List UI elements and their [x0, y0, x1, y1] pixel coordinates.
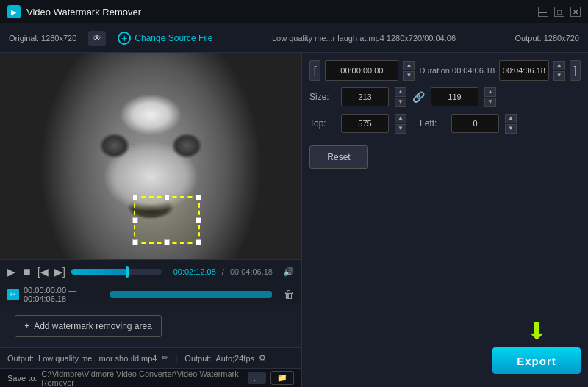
browse-folder-button[interactable]: 📁: [270, 371, 294, 385]
resize-handle-tl[interactable]: [132, 195, 138, 200]
output-label: Output:: [7, 354, 34, 363]
plus-icon: +: [24, 321, 29, 331]
time-total: 00:04:06.18: [230, 267, 273, 276]
top-input[interactable]: [341, 114, 389, 133]
app-icon: ▶: [7, 5, 21, 18]
end-time-display: 00:04:06.18: [499, 60, 549, 81]
resize-handle-mr[interactable]: [196, 217, 201, 223]
settings-button[interactable]: ⚙: [259, 353, 266, 363]
segment-time-range: 00:00:00.00 — 00:04:06.18: [24, 286, 104, 303]
resize-handle-tm[interactable]: [164, 195, 170, 200]
stop-button[interactable]: ⏹: [21, 266, 32, 278]
eye-button[interactable]: 👁: [88, 31, 106, 46]
left-input[interactable]: [451, 114, 499, 133]
eye-icon: 👁: [93, 33, 101, 43]
add-watermark-area: + Add watermark removing area: [0, 305, 301, 347]
export-button[interactable]: Export: [492, 347, 581, 374]
change-source-label: Change Source File: [135, 33, 212, 43]
video-frame: [0, 53, 301, 259]
resize-handle-bm[interactable]: [164, 239, 170, 245]
output-filename: Low quality me...mor should.mp4: [38, 354, 157, 363]
titlebar: ▶ Video Watermark Remover — □ ✕: [0, 0, 588, 23]
segment-track[interactable]: [110, 291, 272, 298]
volume-icon[interactable]: 🔊: [283, 267, 294, 277]
progress-thumb[interactable]: [126, 266, 129, 278]
more-options-button[interactable]: ...: [248, 372, 266, 384]
plus-circle-icon: +: [118, 32, 131, 45]
height-input[interactable]: [431, 87, 478, 106]
original-resolution-label: Original: 1280x720: [9, 34, 76, 43]
export-container: ⬇ Export: [492, 319, 581, 374]
start-time-spinners: ▲ ▼: [403, 61, 415, 81]
edit-output-button[interactable]: ✏: [162, 353, 168, 363]
download-arrow-icon: ⬇: [527, 319, 547, 343]
end-time-down[interactable]: ▼: [553, 71, 565, 81]
size-row: Size: ▲ ▼ 🔗 ▲ ▼: [309, 87, 581, 107]
maximize-button[interactable]: □: [554, 7, 564, 17]
height-down[interactable]: ▼: [484, 98, 496, 107]
output-divider: |: [176, 354, 178, 363]
end-time-spinners: ▲ ▼: [553, 61, 565, 81]
next-icon: ▶]: [54, 266, 65, 278]
output-label2: Output:: [184, 354, 211, 363]
resize-handle-tr[interactable]: [196, 195, 201, 200]
file-info-label: Low quality me...r laugh at.mp4 1280x720…: [224, 34, 503, 43]
close-button[interactable]: ✕: [570, 7, 581, 17]
top-down[interactable]: ▼: [395, 124, 406, 134]
left-column: ▶ ⏹ [◀ ▶] 00:02:12.08 / 00:04:06.18 🔊 ✂: [0, 53, 301, 387]
save-bar: Save to: C:\Vidmore\Vidmore Video Conver…: [0, 368, 301, 387]
width-input[interactable]: [341, 87, 389, 106]
resize-handle-br[interactable]: [196, 239, 201, 245]
start-time-down[interactable]: ▼: [403, 71, 415, 81]
add-watermark-button[interactable]: + Add watermark removing area: [15, 315, 162, 337]
segment-icon: ✂: [7, 289, 19, 300]
time-range-row: [ ▲ ▼ Duration:00:04:06.18 00:04:06.18 ▲…: [309, 60, 581, 81]
prev-frame-button[interactable]: [◀: [37, 266, 49, 278]
stop-icon: ⏹: [21, 266, 32, 278]
play-button[interactable]: ▶: [7, 266, 15, 278]
segment-bar: ✂ 00:00:00.00 — 00:04:06.18 🗑: [0, 283, 301, 305]
resize-handle-ml[interactable]: [132, 217, 138, 223]
position-row: Top: ▲ ▼ Left: ▲ ▼: [309, 113, 581, 134]
duration-label: Duration:00:04:06.18: [419, 66, 495, 75]
output-resolution-label: Output: 1280x720: [515, 34, 579, 43]
start-bracket-button[interactable]: [: [309, 60, 320, 81]
height-up[interactable]: ▲: [484, 87, 496, 97]
minimize-button[interactable]: —: [538, 7, 548, 17]
right-panel: [ ▲ ▼ Duration:00:04:06.18 00:04:06.18 ▲…: [301, 53, 588, 387]
time-separator: /: [222, 267, 224, 276]
reset-button[interactable]: Reset: [309, 145, 368, 169]
save-label: Save to:: [7, 374, 37, 383]
video-preview[interactable]: [0, 53, 301, 259]
end-time-up[interactable]: ▲: [553, 61, 565, 70]
top-up[interactable]: ▲: [395, 114, 406, 123]
prev-icon: [◀: [37, 266, 49, 278]
topbar: Original: 1280x720 👁 + Change Source Fil…: [0, 23, 588, 53]
link-icon[interactable]: 🔗: [412, 91, 425, 103]
progress-track[interactable]: [71, 269, 162, 275]
left-down[interactable]: ▼: [505, 124, 517, 134]
delete-segment-button[interactable]: 🗑: [284, 289, 294, 300]
size-label: Size:: [309, 92, 335, 102]
next-frame-button[interactable]: ▶]: [54, 266, 65, 278]
resize-handle-bl[interactable]: [132, 239, 138, 245]
left-up[interactable]: ▲: [505, 114, 517, 123]
reset-area: Reset: [309, 140, 581, 169]
app-title: Video Watermark Remover: [26, 7, 141, 18]
change-source-button[interactable]: + Change Source File: [118, 32, 212, 45]
window-controls: — □ ✕: [538, 7, 581, 17]
width-up[interactable]: ▲: [395, 87, 406, 97]
start-time-input[interactable]: [325, 60, 398, 81]
output-bar: Output: Low quality me...mor should.mp4 …: [0, 347, 301, 368]
save-path: C:\Vidmore\Vidmore Video Converter\Video…: [41, 369, 243, 387]
end-bracket-button[interactable]: ]: [570, 60, 581, 81]
start-time-up[interactable]: ▲: [403, 61, 415, 70]
export-area: ⬇ Export: [309, 175, 581, 380]
watermark-selection-box[interactable]: [134, 196, 200, 244]
width-down[interactable]: ▼: [395, 98, 406, 107]
time-current: 00:02:12.08: [173, 267, 216, 276]
main-area: ▶ ⏹ [◀ ▶] 00:02:12.08 / 00:04:06.18 🔊 ✂: [0, 53, 588, 387]
add-watermark-label: Add watermark removing area: [34, 321, 152, 331]
output-format-value: Auto;24fps: [215, 354, 254, 363]
progress-fill: [71, 269, 127, 275]
